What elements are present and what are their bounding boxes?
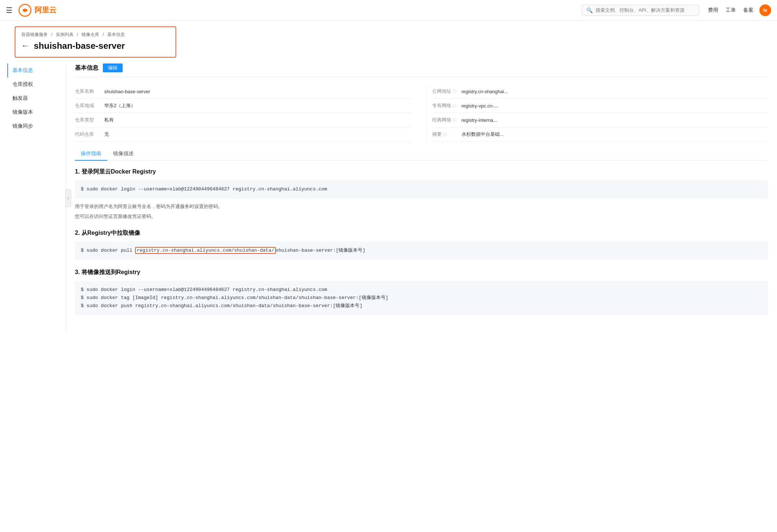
label-code-repo: 代码仓库 [75, 131, 104, 138]
code-push-line-1: $ sudo docker login --username=xlab@1224… [81, 286, 762, 294]
nav-action-fee[interactable]: 费用 [708, 7, 718, 14]
guide-note-1: 用于登录的用户名为阿里云账号全名，密码为开通服务时设置的密码。 [75, 203, 768, 211]
tabs: 操作指南 镜像描述 [75, 147, 768, 161]
info-row-digest: 摘要 ⓘ 水杉数据中台基础... [432, 127, 769, 142]
label-repo-name: 仓库名称 [75, 88, 104, 95]
logo-icon [18, 4, 32, 17]
sidebar: 基本信息 仓库授权 触发器 镜像版本 镜像同步 › [0, 63, 66, 333]
breadcrumb: 容器镜像服务 / 实例列表 / 镜像仓库 / 基本信息 [21, 32, 170, 38]
label-digest: 摘要 ⓘ [432, 131, 462, 138]
section-title: 基本信息 [75, 64, 98, 72]
code-pull-prefix: $ sudo docker pull [81, 248, 135, 253]
sidebar-item-basic-info[interactable]: 基本信息 [7, 63, 66, 77]
breadcrumb-item-1[interactable]: 实例列表 [56, 32, 73, 37]
info-row-classic-net: 经典网络 ⓘ registry-interna... [432, 113, 769, 127]
label-classic-net: 经典网络 ⓘ [432, 117, 462, 123]
page-title: shuishan-base-server [34, 41, 125, 51]
code-block-login: $ sudo docker login --username=xlab@1224… [75, 180, 768, 198]
breadcrumb-item-3: 基本信息 [107, 32, 125, 37]
value-repo-type: 私有 [104, 117, 114, 123]
value-repo-region: 华东2（上海） [104, 102, 135, 109]
page-header: 容器镜像服务 / 实例列表 / 镜像仓库 / 基本信息 ← shuishan-b… [15, 26, 176, 58]
search-bar[interactable]: 🔍 [582, 5, 699, 16]
info-row-vpc: 专有网络 ⓘ registry-vpc.cn-... [432, 99, 769, 113]
value-digest: 水杉数据中台基础... [462, 131, 504, 138]
info-grid-right: 公网地址 ⓘ registry.cn-shanghai... 专有网络 ⓘ re… [426, 84, 769, 142]
breadcrumb-sep-2: / [102, 32, 104, 37]
code-pull-highlight: registry.cn-shanghai.aliyuncs.com/shuish… [135, 247, 275, 254]
breadcrumb-item-0[interactable]: 容器镜像服务 [21, 32, 48, 37]
nav-action-ticket[interactable]: 工单 [726, 7, 736, 14]
info-row-name: 仓库名称 shuishan-base-server [75, 84, 411, 99]
avatar[interactable]: Ie [759, 4, 771, 16]
breadcrumb-item-2[interactable]: 镜像仓库 [82, 32, 99, 37]
code-push-line-2: $ sudo docker tag [ImageId] registry.cn-… [81, 294, 762, 302]
section-header: 基本信息 编辑 [75, 63, 768, 77]
logo-text: 阿里云 [35, 5, 57, 15]
code-pull-suffix: shuishan-base-server:[镜像版本号] [276, 248, 365, 253]
menu-icon[interactable]: ☰ [6, 6, 12, 15]
code-block-push: $ sudo docker login --username=xlab@1224… [75, 281, 768, 315]
info-row-code-repo: 代码仓库 无 [75, 127, 411, 142]
code-push-line-3: $ sudo docker push registry.cn-shanghai.… [81, 302, 762, 310]
topnav: ☰ 阿里云 🔍 费用 工单 备案 Ie [0, 0, 777, 21]
value-vpc: registry-vpc.cn-... [462, 103, 498, 109]
back-arrow-icon[interactable]: ← [21, 41, 29, 51]
sidebar-item-image-sync[interactable]: 镜像同步 [7, 119, 66, 133]
main-layout: 基本信息 仓库授权 触发器 镜像版本 镜像同步 › 基本信息 编辑 仓库名称 s… [0, 63, 777, 333]
breadcrumb-sep-1: / [77, 32, 78, 37]
sidebar-item-trigger[interactable]: 触发器 [7, 91, 66, 105]
info-grid-left: 仓库名称 shuishan-base-server 仓库地域 华东2（上海） 仓… [75, 84, 426, 142]
help-icon-classic[interactable]: ⓘ [452, 118, 456, 122]
guide-title-1: 1. 登录阿里云Docker Registry [75, 168, 768, 176]
edit-button[interactable]: 编辑 [103, 63, 123, 72]
help-icon-public[interactable]: ⓘ [452, 89, 456, 94]
guide-title-2: 2. 从Registry中拉取镜像 [75, 229, 768, 237]
page-title-row: ← shuishan-base-server [21, 41, 170, 51]
sidebar-item-repo-auth[interactable]: 仓库授权 [7, 77, 66, 91]
sidebar-item-image-version[interactable]: 镜像版本 [7, 105, 66, 119]
breadcrumb-sep-0: / [51, 32, 52, 37]
guide-note-2: 您可以在访问凭证页面修改凭证密码。 [75, 213, 768, 221]
code-block-pull: $ sudo docker pull registry.cn-shanghai.… [75, 241, 768, 260]
label-repo-region: 仓库地域 [75, 102, 104, 109]
info-row-type: 仓库类型 私有 [75, 113, 411, 127]
label-vpc: 专有网络 ⓘ [432, 102, 462, 109]
guide-title-3: 3. 将镜像推送到Registry [75, 269, 768, 276]
info-row-region: 仓库地域 华东2（上海） [75, 99, 411, 113]
value-repo-name: shuishan-base-server [104, 89, 150, 94]
nav-actions: 费用 工单 备案 [708, 7, 753, 14]
guide-section-pull: 2. 从Registry中拉取镜像 $ sudo docker pull reg… [75, 229, 768, 260]
help-icon-vpc[interactable]: ⓘ [452, 103, 456, 108]
code-login: $ sudo docker login --username=xlab@1224… [81, 186, 327, 192]
guide-section-login: 1. 登录阿里云Docker Registry $ sudo docker lo… [75, 168, 768, 221]
value-public-addr: registry.cn-shanghai... [462, 89, 508, 94]
content-area: 基本信息 编辑 仓库名称 shuishan-base-server 仓库地域 华… [66, 63, 777, 333]
search-input[interactable] [596, 7, 694, 13]
label-public-addr: 公网地址 ⓘ [432, 88, 462, 95]
sidebar-collapse-handle[interactable]: › [65, 189, 71, 207]
info-row-public-addr: 公网地址 ⓘ registry.cn-shanghai... [432, 84, 769, 99]
info-grid: 仓库名称 shuishan-base-server 仓库地域 华东2（上海） 仓… [75, 84, 768, 142]
value-code-repo: 无 [104, 131, 109, 138]
tab-description[interactable]: 镜像描述 [107, 147, 140, 161]
help-icon-digest[interactable]: ⓘ [443, 132, 447, 136]
label-repo-type: 仓库类型 [75, 117, 104, 123]
nav-action-register[interactable]: 备案 [743, 7, 753, 14]
value-classic-net: registry-interna... [462, 117, 498, 123]
logo: 阿里云 [18, 4, 57, 17]
search-icon: 🔍 [586, 7, 593, 13]
guide-section-push: 3. 将镜像推送到Registry $ sudo docker login --… [75, 269, 768, 315]
tab-guide[interactable]: 操作指南 [75, 147, 107, 161]
